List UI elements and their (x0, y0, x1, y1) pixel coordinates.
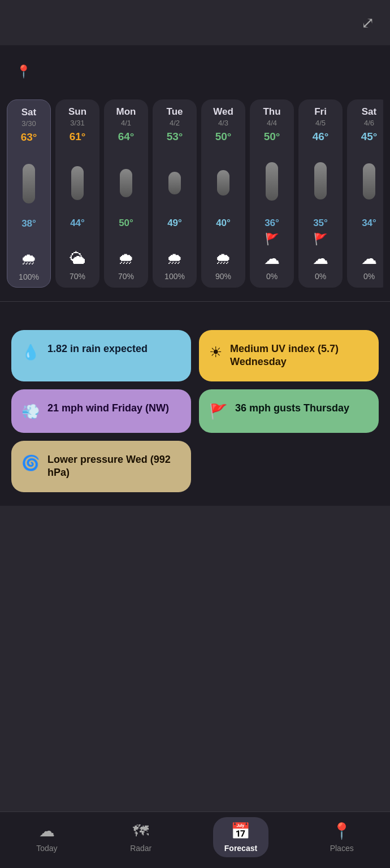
nav-icon-places: 📍 (332, 822, 352, 840)
temp-high: 53° (167, 131, 183, 143)
temp-bar (71, 166, 84, 200)
top-bar: ⤢ (0, 0, 390, 45)
temp-bar (23, 164, 35, 203)
weather-icon: 🌥 (70, 249, 85, 270)
day-date: 4/2 (170, 119, 180, 127)
precip-percent: 100% (19, 272, 39, 281)
temp-low: 40° (216, 218, 231, 229)
info-grid: 💧 1.82 in rain expected ☀ Medium UV inde… (11, 330, 379, 492)
weather-icon: 🌧 (215, 249, 231, 270)
weather-icon: 🌧 (118, 249, 134, 270)
nav-item-forecast[interactable]: 📅 Forecast (213, 817, 268, 857)
location-row[interactable]: 📍 (16, 64, 374, 79)
day-date: 4/6 (364, 119, 374, 127)
share-icon[interactable]: ⤢ (361, 14, 374, 32)
info-card-text-wind: 21 mph wind Friday (NW) (47, 402, 169, 415)
nav-label-today: Today (36, 844, 57, 853)
forecast-scroll: Sat 3/30 63° 38° 🌧 100% Sun 3/31 61° 44°… (0, 90, 390, 302)
temp-bar-wrap (168, 146, 181, 214)
nav-icon-today: ☁ (39, 822, 55, 840)
nav-item-places[interactable]: 📍 Places (319, 817, 365, 857)
bottom-nav: ☁ Today 🗺 Radar 📅 Forecast 📍 Places (0, 811, 390, 868)
day-card-wed-4[interactable]: Wed 4/3 50° 40° 🌧 90% (201, 99, 245, 288)
location-icon: 📍 (16, 64, 31, 79)
precip-percent: 0% (363, 272, 375, 281)
day-name: Mon (116, 106, 136, 118)
info-card-icon-rain: 💧 (21, 344, 40, 361)
day-card-fri-6[interactable]: Fri 4/5 46° 35° 🚩 ☁ 0% (298, 99, 343, 288)
day-date: 4/1 (121, 119, 131, 127)
day-card-sat-7[interactable]: Sat 4/6 45° 34° ☁ 0% (347, 99, 383, 288)
day-date: 4/3 (218, 119, 228, 127)
temp-high: 46° (313, 131, 329, 143)
info-card-text-rain: 1.82 in rain expected (47, 342, 148, 355)
wind-flag: 🚩 (265, 232, 279, 246)
day-name: Sat (362, 106, 376, 118)
temp-bar-wrap (266, 146, 278, 214)
nav-item-radar[interactable]: 🗺 Radar (119, 817, 163, 857)
temp-low: 49° (167, 218, 182, 229)
wind-flag: 🚩 (314, 232, 328, 246)
info-card-icon-gusts: 🚩 (209, 403, 227, 420)
temp-bar (363, 163, 375, 199)
temp-low: 35° (313, 218, 328, 229)
temp-low: 50° (119, 218, 133, 229)
temp-bar (168, 172, 181, 194)
temp-bar-wrap (23, 147, 35, 215)
temp-high: 50° (264, 131, 280, 143)
day-name: Fri (314, 106, 327, 118)
temp-bar (266, 162, 278, 201)
info-card-text-pressure: Lower pressure Wed (992 hPa) (47, 453, 181, 480)
info-card-uv: ☀ Medium UV index (5.7) Wednesday (199, 330, 379, 381)
temp-bar (314, 162, 327, 199)
temp-high: 50° (215, 131, 232, 143)
info-card-wind: 💨 21 mph wind Friday (NW) (11, 389, 191, 433)
info-card-icon-uv: ☀ (209, 344, 222, 361)
nav-icon-radar: 🗺 (133, 822, 149, 840)
temp-low: 44° (70, 218, 85, 229)
day-card-sun-1[interactable]: Sun 3/31 61° 44° 🌥 70% (55, 99, 99, 288)
temp-low: 34° (362, 218, 376, 229)
nav-label-radar: Radar (130, 844, 151, 853)
weather-icon: ☁ (264, 249, 280, 270)
day-date: 4/4 (267, 119, 277, 127)
temp-bar-wrap (217, 146, 229, 214)
day-date: 3/31 (70, 119, 84, 127)
nav-label-places: Places (330, 844, 354, 853)
precip-percent: 0% (266, 272, 278, 281)
weather-icon: 🌧 (167, 249, 183, 270)
day-card-sat-0[interactable]: Sat 3/30 63° 38° 🌧 100% (7, 99, 51, 288)
precip-percent: 100% (164, 272, 185, 281)
temp-bar-wrap (363, 146, 375, 214)
day-name: Sat (21, 107, 36, 118)
nav-item-today[interactable]: ☁ Today (25, 817, 68, 857)
info-card-text-uv: Medium UV index (5.7) Wednesday (230, 342, 369, 369)
day-name: Sun (68, 106, 86, 118)
temp-bar-wrap (314, 146, 327, 214)
day-card-mon-2[interactable]: Mon 4/1 64° 50° 🌧 70% (104, 99, 148, 288)
info-card-pressure: 🌀 Lower pressure Wed (992 hPa) (11, 441, 191, 492)
temp-low: 38° (21, 218, 36, 229)
precip-percent: 90% (215, 272, 231, 281)
info-card-gusts: 🚩 36 mph gusts Thursday (199, 389, 379, 433)
info-card-rain: 💧 1.82 in rain expected (11, 330, 191, 381)
nav-label-forecast: Forecast (224, 844, 257, 853)
precip-percent: 0% (315, 272, 326, 281)
temp-bar (217, 170, 229, 196)
day-name: Wed (213, 106, 233, 118)
day-date: 4/5 (315, 119, 326, 127)
temp-low: 36° (265, 218, 279, 229)
weather-icon: 🌧 (21, 250, 37, 270)
info-card-text-gusts: 36 mph gusts Thursday (235, 402, 349, 415)
nav-icon-forecast: 📅 (231, 822, 250, 840)
temp-bar-wrap (120, 146, 132, 214)
temp-high: 61° (70, 131, 86, 143)
day-card-thu-5[interactable]: Thu 4/4 50° 36° 🚩 ☁ 0% (250, 99, 294, 288)
precip-percent: 70% (70, 272, 85, 281)
day-name: Thu (263, 106, 280, 118)
day-name: Tue (167, 106, 183, 118)
temp-bar-wrap (71, 146, 84, 214)
temp-bar (120, 169, 132, 197)
day-card-tue-3[interactable]: Tue 4/2 53° 49° 🌧 100% (153, 99, 197, 288)
temp-high: 45° (361, 131, 378, 143)
